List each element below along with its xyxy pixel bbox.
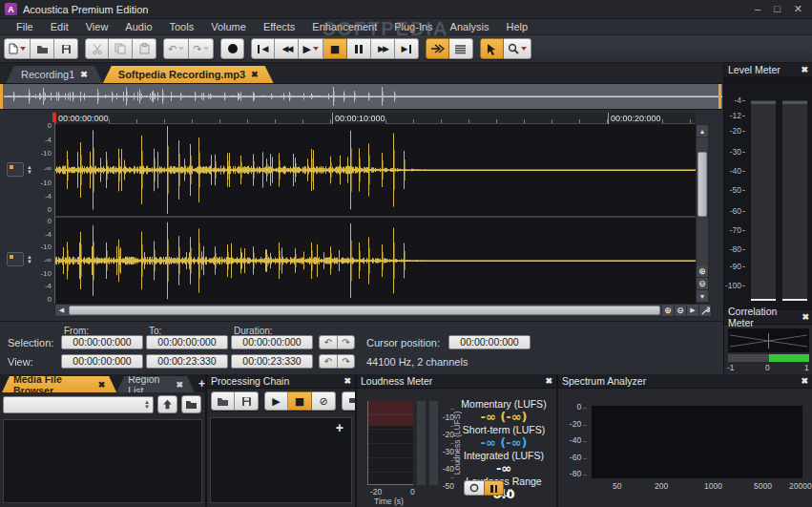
- loudness-reset-button[interactable]: [464, 480, 484, 496]
- menu-file[interactable]: File: [8, 20, 42, 33]
- vertical-scroll-thumb[interactable]: [697, 152, 707, 217]
- spectrum-x-tick: 20000: [789, 481, 812, 491]
- tab-close-icon[interactable]: ✖: [251, 70, 259, 79]
- view-redo-button[interactable]: ↷: [337, 354, 355, 369]
- tab-close-icon[interactable]: ✖: [80, 70, 88, 79]
- menu-tools[interactable]: Tools: [161, 20, 203, 33]
- media-file-list[interactable]: [3, 419, 202, 503]
- view-range-end-marker[interactable]: [718, 84, 721, 109]
- play-button[interactable]: ▶: [299, 38, 323, 59]
- rewind-button[interactable]: ◀◀: [275, 38, 299, 59]
- go-to-start-button[interactable]: ◀: [251, 38, 275, 59]
- save-button[interactable]: [54, 38, 78, 59]
- scroll-up-button[interactable]: ▲: [697, 125, 708, 137]
- play-icon: ▶: [272, 396, 280, 407]
- scroll-left-button[interactable]: ◀: [55, 305, 68, 316]
- selection-redo-button[interactable]: ↷: [337, 335, 355, 349]
- tab-softpedia-recording[interactable]: Softpedia Recording.mp3 ✖: [103, 66, 274, 83]
- scroll-options-wrench-button[interactable]: [698, 305, 711, 316]
- vertical-scrollbar[interactable]: ▲ ⊕ ⊖ ▼: [696, 124, 709, 304]
- horizontal-scroll-thumb[interactable]: [69, 306, 660, 315]
- correlation-meter-close-icon[interactable]: ✖: [802, 312, 809, 322]
- menu-view[interactable]: View: [77, 20, 117, 33]
- menu-enhancement[interactable]: Enhancement: [303, 20, 385, 33]
- tab-close-icon[interactable]: ✖: [98, 380, 106, 390]
- view-undo-button[interactable]: ↶: [319, 354, 337, 369]
- scroll-right-button[interactable]: ▶: [686, 305, 698, 316]
- menu-audio[interactable]: Audio: [116, 20, 160, 33]
- combo-spinner-icon[interactable]: ▲▼: [144, 400, 150, 410]
- copy-button[interactable]: [109, 38, 133, 59]
- menu-analysis[interactable]: Analysis: [442, 20, 498, 33]
- waveform-overview[interactable]: [0, 83, 722, 110]
- zoom-tool-button[interactable]: [504, 38, 531, 59]
- chain-play-button[interactable]: ▶: [264, 391, 288, 411]
- tab-media-file-browser[interactable]: Media File Browser ✖: [2, 376, 116, 392]
- tab-region-list[interactable]: Region List ✖: [116, 376, 195, 392]
- horizontal-scrollbar[interactable]: ◀ ⊕ ⊖ ▶: [54, 304, 712, 317]
- path-combobox[interactable]: ▲▼: [3, 396, 154, 413]
- selection-tool-button[interactable]: [480, 38, 504, 59]
- stop-button[interactable]: ■: [323, 38, 347, 59]
- waveform-channel-right[interactable]: [54, 218, 696, 304]
- add-effect-button[interactable]: +: [336, 420, 344, 435]
- pause-button[interactable]: [347, 38, 371, 59]
- cursor-position-field[interactable]: 00:00:00:000: [448, 335, 531, 349]
- save-chain-button[interactable]: [235, 391, 259, 411]
- channel-select-icon[interactable]: [7, 162, 24, 177]
- overview-waveform-canvas[interactable]: [0, 84, 722, 109]
- processing-chain-list[interactable]: +: [210, 417, 352, 503]
- open-file-button[interactable]: [31, 38, 54, 59]
- menu-volume[interactable]: Volume: [202, 20, 255, 33]
- view-to-field[interactable]: 00:00:23:330: [146, 354, 228, 369]
- record-button[interactable]: [220, 38, 244, 59]
- paste-button[interactable]: [133, 38, 156, 59]
- close-button[interactable]: ✕: [794, 3, 802, 15]
- zoom-in-button[interactable]: ⊕: [661, 305, 674, 316]
- go-to-end-button[interactable]: ▶: [395, 38, 419, 59]
- cut-button[interactable]: [85, 38, 109, 59]
- spectrum-analyzer-close-icon[interactable]: ✖: [801, 376, 808, 386]
- selection-to-field[interactable]: 00:00:00:000: [146, 335, 228, 349]
- fast-forward-button[interactable]: ▶▶: [371, 38, 395, 59]
- waveform-channel-left[interactable]: [54, 124, 696, 216]
- undo-button[interactable]: ↶: [163, 38, 189, 59]
- time-ruler[interactable]: 00:00:00:000 00:00:10:000 00:00:20:000: [54, 113, 696, 124]
- zoom-out-button[interactable]: ⊖: [674, 305, 686, 316]
- loudness-pause-button[interactable]: [484, 480, 504, 496]
- selection-duration-field[interactable]: 00:00:00:000: [231, 335, 313, 349]
- selection-from-field[interactable]: 00:00:00:000: [61, 335, 143, 349]
- redo-button[interactable]: ↷: [189, 38, 214, 59]
- add-panel-tab-button[interactable]: +: [198, 377, 205, 392]
- db-tick: 0: [29, 218, 52, 225]
- apply-chain-button[interactable]: Ap: [342, 391, 355, 411]
- channel-select-icon[interactable]: [7, 252, 24, 266]
- menu-edit[interactable]: Edit: [42, 20, 77, 33]
- loudness-meter-close-icon[interactable]: ✖: [545, 376, 552, 386]
- selection-undo-button[interactable]: ↶: [319, 335, 337, 349]
- processing-chain-close-icon[interactable]: ✖: [344, 376, 351, 386]
- paste-clipboard-icon: [139, 43, 150, 54]
- browse-folder-button[interactable]: [181, 395, 201, 413]
- zoom-in-vertical-button[interactable]: ⊕: [697, 265, 708, 278]
- session-view-button[interactable]: [449, 38, 473, 59]
- load-chain-button[interactable]: [211, 391, 235, 411]
- tab-recording1[interactable]: Recording1 ✖: [6, 66, 103, 83]
- minimize-button[interactable]: –: [755, 3, 760, 15]
- scrub-mode-button[interactable]: [426, 38, 449, 59]
- menu-help[interactable]: Help: [498, 20, 537, 33]
- level-meter-close-icon[interactable]: ✖: [801, 65, 808, 74]
- chain-stop-button[interactable]: ■: [288, 391, 312, 411]
- scroll-down-button[interactable]: ▼: [697, 290, 708, 303]
- up-directory-button[interactable]: [157, 395, 177, 413]
- view-duration-field[interactable]: 00:00:23:330: [231, 354, 313, 369]
- ruler-label: 00:00:00:000: [55, 113, 109, 124]
- new-file-button[interactable]: [4, 38, 31, 59]
- chain-bypass-button[interactable]: ⊘: [312, 391, 336, 411]
- zoom-out-vertical-button[interactable]: ⊖: [697, 278, 708, 290]
- menu-plugins[interactable]: Plug-Ins: [385, 20, 441, 33]
- maximize-button[interactable]: □: [774, 3, 781, 15]
- view-from-field[interactable]: 00:00:00:000: [61, 354, 143, 369]
- tab-close-icon[interactable]: ✖: [176, 380, 183, 390]
- menu-effects[interactable]: Effects: [255, 20, 303, 33]
